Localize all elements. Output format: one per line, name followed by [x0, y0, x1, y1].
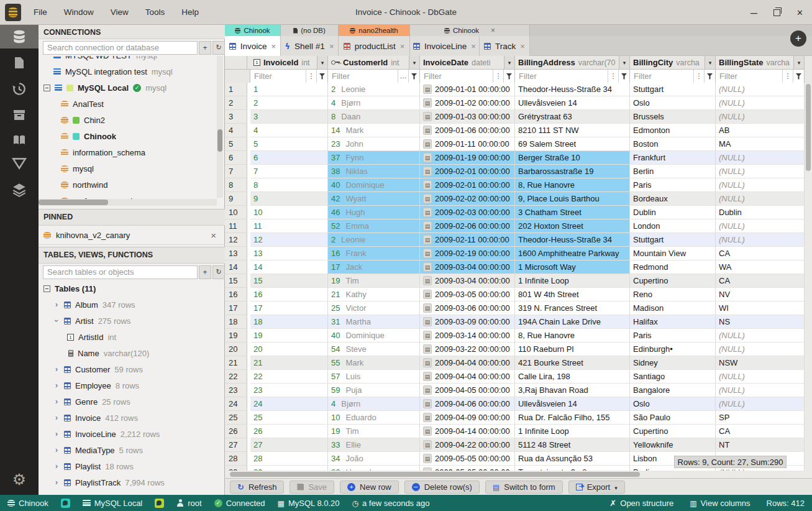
cell-invoicedate[interactable]: 2009-03-22 00:00:00	[420, 343, 515, 356]
row-number[interactable]: 24	[225, 397, 247, 411]
cell-billingstate[interactable]: (NULL)	[716, 384, 805, 397]
menu-item[interactable]: Tools	[145, 7, 165, 17]
row-number[interactable]: 21	[225, 356, 247, 370]
filter-menu-button[interactable]: ⋮	[693, 70, 704, 83]
table-node[interactable]: PlaylistTrack 7,994 rows	[39, 474, 225, 490]
filter-funnel-button[interactable]	[793, 70, 804, 83]
row-number[interactable]: 16	[225, 288, 247, 302]
filter-funnel-button[interactable]	[704, 70, 715, 83]
filter-input[interactable]	[515, 70, 608, 83]
chevron-right-icon[interactable]	[53, 430, 60, 438]
settings-rail-button[interactable]	[0, 467, 39, 491]
cell-billingstate[interactable]: MA	[716, 137, 805, 151]
cell-billingaddress[interactable]: Rua da Assunção 53	[515, 452, 630, 466]
column-menu-button[interactable]	[317, 56, 327, 69]
cell-invoicedate[interactable]: 2009-05-05 00:00:00	[420, 452, 515, 466]
database-item[interactable]: performance_schema	[39, 193, 217, 199]
database-item[interactable]: AnalTest	[39, 96, 217, 112]
database-item[interactable]: information_schema	[39, 144, 217, 160]
cell-billingcity[interactable]: Redmond	[630, 260, 716, 274]
favorites-rail-button[interactable]	[0, 128, 39, 152]
cell-billingcity[interactable]: Dublin	[630, 206, 716, 219]
cell-billingcity[interactable]: Madison	[630, 302, 716, 315]
connection-color-chip[interactable]	[155, 499, 164, 508]
cell-invoicedate[interactable]: 2009-04-05 00:00:00	[420, 384, 515, 397]
cell-billingcity[interactable]: Oslo	[630, 96, 716, 110]
cell-invoiceid[interactable]: 15	[250, 274, 328, 288]
cell-invoiceid[interactable]: 13	[250, 247, 328, 260]
row-number[interactable]: 22	[225, 370, 247, 384]
column-header[interactable]: CustomerId int	[328, 56, 420, 70]
cell-invoiceid[interactable]: 28	[250, 452, 328, 466]
cell-billingaddress[interactable]: 9, Place Louis Barthou	[515, 192, 630, 206]
cell-billingcity[interactable]: Berlin	[630, 165, 716, 178]
cell-customerid[interactable]: 40 Dominique	[328, 178, 420, 192]
table-node[interactable]: InvoiceLine 2,212 rows	[39, 426, 225, 442]
database-item[interactable]: northwind	[39, 177, 217, 193]
table-node[interactable]: Employee 8 rows	[39, 377, 225, 394]
row-number[interactable]: 13	[225, 247, 247, 260]
cell-customerid[interactable]: 37 Fynn	[328, 151, 420, 165]
cell-billingstate[interactable]: (NULL)	[716, 178, 805, 192]
close-tab-icon[interactable]	[329, 42, 334, 51]
chevron-right-icon[interactable]	[53, 397, 60, 406]
cell-billingstate[interactable]: (NULL)	[716, 329, 805, 343]
cell-invoiceid[interactable]: 14	[250, 260, 328, 274]
tab-invoice[interactable]: Invoice	[225, 36, 281, 56]
tab-group-nano2health[interactable]: nano2health	[339, 25, 410, 36]
filter-input[interactable]	[250, 70, 306, 83]
cell-invoiceid[interactable]: 9	[250, 192, 328, 206]
database-item[interactable]: mysql	[39, 160, 217, 177]
cell-billingcity[interactable]: Mountain View	[630, 247, 716, 260]
cell-customerid[interactable]: 21 Kathy	[328, 288, 420, 302]
cell-customerid[interactable]: 4 Bjørn	[328, 397, 420, 411]
close-tab-icon[interactable]	[271, 42, 276, 51]
cell-billingcity[interactable]: London	[630, 219, 716, 233]
cell-billingstate[interactable]: WI	[716, 302, 805, 315]
chevron-right-icon[interactable]	[53, 300, 60, 309]
tab-group-chinook[interactable]: Chinook	[225, 25, 281, 36]
cell-billingcity[interactable]: Stuttgart	[630, 233, 716, 247]
cell-invoicedate[interactable]: 2009-04-22 00:00:00	[420, 438, 515, 452]
cell-billingstate[interactable]: CA	[716, 247, 805, 260]
row-number[interactable]: 2	[225, 96, 247, 110]
cell-invoiceid[interactable]: 22	[250, 370, 328, 384]
close-tab-icon[interactable]	[520, 42, 525, 51]
cell-customerid[interactable]: 2 Leonie	[328, 83, 420, 96]
cell-customerid[interactable]: 16 Frank	[328, 247, 420, 260]
cell-customerid[interactable]: 2 Leonie	[328, 233, 420, 247]
cell-billingcity[interactable]: Paris	[630, 329, 716, 343]
connection-item[interactable]: MySQL integration test mysql	[39, 63, 217, 80]
cell-billingaddress[interactable]: 5112 48 Street	[515, 438, 630, 452]
switch-to-form-button[interactable]: Switch to form	[485, 481, 563, 494]
cell-billingcity[interactable]: São Paulo	[630, 411, 716, 425]
cell-invoicedate[interactable]: 2009-05-05 00:00:00	[420, 466, 515, 471]
refresh-connections-button[interactable]	[212, 41, 225, 55]
cell-billingaddress[interactable]: 110 Raeburn Pl	[515, 343, 630, 356]
cell-billingcity[interactable]: Edmonton	[630, 124, 716, 137]
cell-invoiceid[interactable]: 4	[250, 124, 328, 137]
cell-customerid[interactable]: 57 Luis	[328, 370, 420, 384]
cell-invoiceid[interactable]: 17	[250, 302, 328, 315]
tab-group-nodb[interactable]: (no DB)	[281, 25, 339, 36]
cell-billingstate[interactable]: (NULL)	[716, 233, 805, 247]
filter-input[interactable]	[716, 70, 782, 83]
column-header[interactable]: BillingAddress varchar(70	[515, 56, 630, 70]
cell-billingstate[interactable]: SP	[716, 411, 805, 425]
save-button[interactable]: Save	[290, 481, 334, 494]
cell-billingstate[interactable]: (NULL)	[716, 110, 805, 124]
cell-invoiceid[interactable]: 1	[250, 83, 328, 96]
connection-item[interactable]: MYSQL WD TEST mysql	[39, 56, 217, 63]
cell-billingaddress[interactable]: Grétrystraat 63	[515, 110, 630, 124]
statusbar-database[interactable]: Chinook	[7, 499, 48, 508]
cell-customerid[interactable]: 54 Steve	[328, 343, 420, 356]
cell-invoiceid[interactable]: 11	[250, 219, 328, 233]
refresh-tables-button[interactable]	[212, 265, 225, 279]
cell-billingstate[interactable]: (NULL)	[716, 96, 805, 110]
cell-billingstate[interactable]: AB	[716, 124, 805, 137]
cell-invoiceid[interactable]: 16	[250, 288, 328, 302]
cell-customerid[interactable]: 19 Tim	[328, 274, 420, 288]
cell-billingcity[interactable]: Paris	[630, 178, 716, 192]
grid-vertical-scrollbar[interactable]	[805, 83, 812, 471]
cell-billingstate[interactable]: NV	[716, 288, 805, 302]
